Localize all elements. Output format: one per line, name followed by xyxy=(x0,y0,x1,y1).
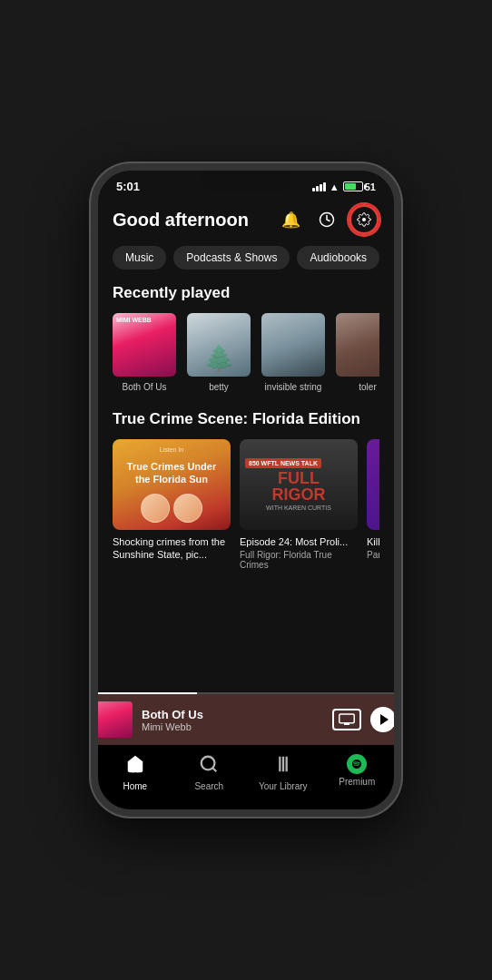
list-item[interactable]: 850 WFTL NEWS TALK FULLRIGOR WITH KAREN … xyxy=(240,439,358,570)
now-playing-album-art xyxy=(98,701,133,738)
bottom-nav: Home Search xyxy=(98,745,394,809)
podcast-card-title: Shocking crimes from the Sunshine State,… xyxy=(113,535,231,562)
filter-podcasts[interactable]: Podcasts & Shows xyxy=(173,246,290,270)
svg-rect-2 xyxy=(344,723,349,725)
battery-level: 51 xyxy=(365,181,376,192)
main-content: Good afternoon 🔔 xyxy=(98,197,394,692)
album-label: toler xyxy=(336,382,379,392)
status-time: 5:01 xyxy=(116,180,140,193)
filter-pills: Music Podcasts & Shows Audiobooks xyxy=(113,246,379,270)
now-playing-bar[interactable]: Both Of Us Mimi Webb xyxy=(98,694,394,745)
spotify-premium-icon xyxy=(347,754,367,774)
screen: 5:01 ▲ 51 Good xyxy=(98,171,394,809)
album-art-betty: 🌲 xyxy=(187,313,251,377)
now-playing-artist: Mimi Webb xyxy=(142,721,323,732)
home-icon xyxy=(125,754,145,779)
svg-point-3 xyxy=(202,757,215,770)
album-label: Both Of Us xyxy=(113,382,176,392)
svg-line-4 xyxy=(213,768,217,771)
nav-search[interactable]: Search xyxy=(182,754,236,791)
connect-device-button[interactable] xyxy=(332,709,361,730)
podcast-art-florida: Listen In True Crimes Under the Florida … xyxy=(113,439,231,530)
nav-premium[interactable]: Premium xyxy=(330,754,384,787)
filter-audiobooks[interactable]: Audiobooks xyxy=(297,246,379,270)
face-1 xyxy=(141,494,170,523)
now-playing-controls xyxy=(332,707,394,732)
now-playing-info: Both Of Us Mimi Webb xyxy=(142,708,323,732)
album-label: invisible string xyxy=(261,382,325,392)
notch xyxy=(201,171,291,192)
nav-library[interactable]: Your Library xyxy=(256,754,310,791)
signal-icon xyxy=(312,182,326,191)
filter-music[interactable]: Music xyxy=(113,246,166,270)
list-item[interactable]: 🌲 betty xyxy=(187,313,251,392)
svg-rect-1 xyxy=(339,714,355,723)
true-crime-section: True Crime Scene: Florida Edition Listen… xyxy=(113,410,379,570)
podcast-cards-list: Listen In True Crimes Under the Florida … xyxy=(113,439,379,570)
nav-premium-label: Premium xyxy=(339,777,375,787)
listen-in-label: Listen In xyxy=(120,446,223,453)
list-item[interactable]: MIMI WEBB Both Of Us xyxy=(113,313,176,392)
true-crime-title: True Crime Scene: Florida Edition xyxy=(113,410,379,428)
podcast-art-killer: i C CR xyxy=(367,439,379,530)
play-icon xyxy=(380,714,389,725)
list-item[interactable]: Listen In True Crimes Under the Florida … xyxy=(113,439,231,570)
page-title: Good afternoon xyxy=(113,210,249,230)
status-icons: ▲ 51 xyxy=(312,181,376,192)
album-art-invisible xyxy=(261,313,325,377)
settings-button[interactable] xyxy=(349,204,379,235)
notifications-button[interactable]: 🔔 xyxy=(276,205,305,234)
list-item[interactable]: invisible string xyxy=(261,313,325,392)
library-icon xyxy=(273,754,293,779)
rigor-sub: WITH KAREN CURTIS xyxy=(266,505,331,511)
podcast-card-title: Killer Cu xyxy=(367,535,379,548)
list-item[interactable]: toler xyxy=(336,313,379,392)
phone-frame: 5:01 ▲ 51 Good xyxy=(91,163,401,817)
album-art-toler xyxy=(336,313,379,377)
play-pause-button[interactable] xyxy=(370,707,394,732)
nav-search-label: Search xyxy=(194,781,223,791)
list-item[interactable]: i C CR Killer Cu Paradise Miami xyxy=(367,439,379,570)
rigor-title: FULLRIGOR xyxy=(271,470,325,503)
nav-library-label: Your Library xyxy=(259,781,308,791)
battery-icon: 51 xyxy=(343,181,376,192)
album-art-both-of-us: MIMI WEBB xyxy=(113,313,176,377)
florida-pod-title: True Crimes Under the Florida Sun xyxy=(120,461,223,485)
podcast-card-sub: Full Rigor: Florida True Crimes xyxy=(240,550,358,570)
face-2 xyxy=(173,494,202,523)
wifi-icon: ▲ xyxy=(330,181,339,192)
podcast-card-title: Episode 24: Most Proli... xyxy=(240,535,358,548)
now-playing-title: Both Of Us xyxy=(142,708,323,721)
search-icon xyxy=(199,754,219,779)
recently-played-title: Recently played xyxy=(113,284,379,302)
recent-activity-button[interactable] xyxy=(312,205,341,234)
rigor-badge: 850 WFTL NEWS TALK xyxy=(245,458,321,468)
podcast-card-sub: Paradise Miami xyxy=(367,550,379,560)
recently-played-list: MIMI WEBB Both Of Us 🌲 betty xyxy=(113,313,379,392)
nav-home-label: Home xyxy=(123,781,147,791)
header-icons: 🔔 xyxy=(276,204,379,235)
podcast-art-full-rigor: 850 WFTL NEWS TALK FULLRIGOR WITH KAREN … xyxy=(240,439,358,530)
header: Good afternoon 🔔 xyxy=(113,197,379,246)
album-label: betty xyxy=(187,382,251,392)
nav-home[interactable]: Home xyxy=(108,754,162,791)
